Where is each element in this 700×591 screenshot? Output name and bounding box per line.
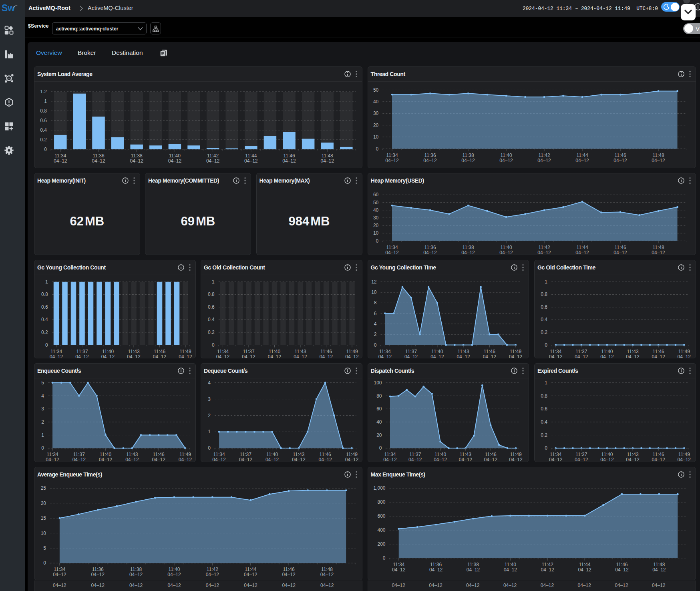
svg-text:11:37: 11:37 bbox=[409, 452, 421, 457]
svg-text:04–12: 04–12 bbox=[244, 158, 258, 163]
svg-text:20: 20 bbox=[373, 223, 378, 228]
svg-text:04–12: 04–12 bbox=[378, 354, 392, 358]
svg-text:11:36: 11:36 bbox=[424, 244, 436, 250]
svg-text:11:43: 11:43 bbox=[294, 348, 306, 354]
svg-text:04–12: 04–12 bbox=[575, 354, 588, 358]
svg-text:11:38: 11:38 bbox=[467, 561, 479, 567]
svg-text:11:43: 11:43 bbox=[459, 452, 471, 457]
svg-text:0: 0 bbox=[208, 445, 211, 451]
svg-text:04–12: 04–12 bbox=[282, 158, 296, 163]
svg-text:04–12: 04–12 bbox=[503, 583, 517, 588]
svg-text:400: 400 bbox=[377, 527, 385, 533]
svg-text:20: 20 bbox=[373, 122, 378, 128]
svg-text:11:43: 11:43 bbox=[627, 452, 638, 457]
svg-text:04–12: 04–12 bbox=[129, 572, 143, 577]
svg-text:0: 0 bbox=[545, 342, 547, 348]
svg-text:0.6: 0.6 bbox=[541, 406, 547, 412]
svg-text:11:49: 11:49 bbox=[678, 348, 690, 354]
svg-text:04–12: 04–12 bbox=[294, 354, 307, 358]
svg-text:04–12: 04–12 bbox=[167, 572, 181, 577]
svg-text:11:37: 11:37 bbox=[575, 452, 587, 457]
svg-text:12: 12 bbox=[371, 279, 377, 284]
svg-text:04–12: 04–12 bbox=[46, 457, 59, 462]
svg-text:0: 0 bbox=[41, 445, 44, 451]
svg-text:0.8: 0.8 bbox=[41, 291, 48, 297]
svg-text:11:46: 11:46 bbox=[614, 244, 626, 250]
svg-text:04–12: 04–12 bbox=[53, 583, 66, 588]
svg-text:11:48: 11:48 bbox=[321, 567, 333, 572]
svg-text:04–12: 04–12 bbox=[321, 158, 334, 163]
svg-text:11:40: 11:40 bbox=[431, 348, 443, 354]
svg-text:100: 100 bbox=[374, 380, 382, 385]
svg-text:4: 4 bbox=[374, 321, 376, 326]
svg-text:11:40: 11:40 bbox=[504, 561, 516, 567]
svg-text:0.4: 0.4 bbox=[541, 317, 547, 322]
svg-text:0.6: 0.6 bbox=[208, 304, 215, 310]
svg-text:11:48: 11:48 bbox=[322, 153, 333, 158]
svg-text:04–12: 04–12 bbox=[404, 354, 418, 358]
svg-text:04–12: 04–12 bbox=[244, 583, 257, 588]
svg-text:11:46: 11:46 bbox=[320, 348, 332, 354]
svg-text:60: 60 bbox=[373, 192, 378, 197]
svg-text:5: 5 bbox=[43, 545, 46, 551]
svg-text:11:49: 11:49 bbox=[179, 452, 191, 457]
svg-text:1.2: 1.2 bbox=[40, 88, 47, 94]
svg-text:11:34: 11:34 bbox=[379, 348, 390, 354]
svg-text:04–12: 04–12 bbox=[385, 249, 399, 255]
svg-text:800: 800 bbox=[377, 499, 385, 505]
svg-text:11:48: 11:48 bbox=[653, 561, 665, 567]
svg-text:200: 200 bbox=[377, 541, 385, 547]
svg-text:04–12: 04–12 bbox=[212, 457, 226, 462]
svg-text:11:40: 11:40 bbox=[266, 452, 278, 457]
svg-text:04–12: 04–12 bbox=[678, 354, 691, 358]
svg-text:11:37: 11:37 bbox=[76, 348, 88, 354]
svg-text:04–12: 04–12 bbox=[499, 249, 513, 255]
svg-text:10: 10 bbox=[373, 134, 378, 140]
svg-text:1: 1 bbox=[45, 279, 48, 284]
svg-text:04–12: 04–12 bbox=[385, 157, 399, 163]
svg-text:04–12: 04–12 bbox=[652, 249, 665, 255]
svg-text:11:38: 11:38 bbox=[462, 152, 474, 158]
svg-text:04–12: 04–12 bbox=[54, 158, 67, 163]
svg-text:04–12: 04–12 bbox=[91, 583, 105, 588]
svg-text:04–12: 04–12 bbox=[127, 354, 141, 358]
svg-text:04–12: 04–12 bbox=[503, 567, 517, 572]
svg-text:0.8: 0.8 bbox=[541, 393, 547, 398]
svg-text:04–12: 04–12 bbox=[429, 583, 443, 588]
svg-text:0.2: 0.2 bbox=[40, 137, 47, 142]
svg-text:11:34: 11:34 bbox=[550, 452, 561, 457]
svg-text:0: 0 bbox=[374, 342, 376, 348]
svg-text:11:44: 11:44 bbox=[245, 153, 257, 158]
svg-text:04–12: 04–12 bbox=[129, 583, 143, 588]
svg-text:04–12: 04–12 bbox=[92, 158, 105, 163]
svg-text:0.4: 0.4 bbox=[40, 127, 47, 133]
svg-text:04–12: 04–12 bbox=[652, 457, 666, 462]
svg-text:04–12: 04–12 bbox=[541, 567, 554, 572]
svg-text:11:43: 11:43 bbox=[128, 348, 139, 354]
svg-text:11:49: 11:49 bbox=[179, 348, 191, 354]
svg-text:11:46: 11:46 bbox=[614, 152, 626, 158]
svg-text:11:46: 11:46 bbox=[653, 452, 664, 457]
svg-text:11:37: 11:37 bbox=[73, 452, 85, 457]
svg-text:1: 1 bbox=[41, 432, 44, 438]
svg-text:0: 0 bbox=[379, 445, 382, 451]
svg-text:04–12: 04–12 bbox=[466, 583, 480, 588]
svg-text:11:42: 11:42 bbox=[541, 561, 553, 567]
svg-text:11:34: 11:34 bbox=[386, 244, 398, 250]
svg-text:04–12: 04–12 bbox=[75, 354, 89, 358]
svg-text:11:43: 11:43 bbox=[627, 348, 638, 354]
svg-text:11:34: 11:34 bbox=[54, 153, 66, 158]
svg-text:04–12: 04–12 bbox=[206, 572, 219, 577]
svg-text:04–12: 04–12 bbox=[99, 457, 113, 462]
svg-text:15: 15 bbox=[41, 515, 46, 521]
svg-text:11:37: 11:37 bbox=[243, 348, 254, 354]
svg-text:25: 25 bbox=[41, 485, 46, 491]
svg-text:04–12: 04–12 bbox=[153, 354, 167, 358]
svg-text:04–12: 04–12 bbox=[345, 354, 359, 358]
svg-text:20: 20 bbox=[41, 500, 46, 506]
svg-text:Sw: Sw bbox=[2, 3, 15, 13]
svg-text:0: 0 bbox=[212, 342, 215, 348]
svg-text:04–12: 04–12 bbox=[179, 457, 192, 462]
svg-text:11:49: 11:49 bbox=[346, 348, 358, 354]
svg-text:04–12: 04–12 bbox=[459, 457, 472, 462]
